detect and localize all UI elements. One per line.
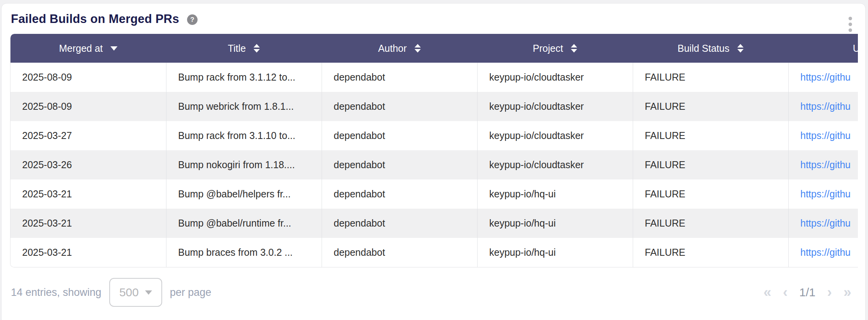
cell-author: dependabot — [322, 121, 477, 150]
widget-header: Failed Builds on Merged PRs ? — [2, 4, 865, 34]
column-header-url[interactable]: Url — [788, 34, 858, 63]
cell-author: dependabot — [322, 179, 477, 209]
cell-title: Bump braces from 3.0.2 ... — [166, 238, 322, 267]
cell-url: https://githu — [788, 179, 858, 209]
cell-build-status: FAILURE — [633, 150, 788, 179]
build-url-link[interactable]: https://githu — [800, 101, 850, 112]
cell-build-status: FAILURE — [633, 121, 788, 150]
column-label: Url — [853, 43, 858, 54]
cell-url: https://githu — [788, 92, 858, 121]
cell-author: dependabot — [322, 150, 477, 179]
cell-url: https://githu — [788, 63, 858, 92]
kebab-menu-icon[interactable] — [847, 15, 854, 33]
build-url-link[interactable]: https://githu — [800, 72, 850, 83]
page-size-select[interactable]: 500 — [109, 278, 162, 307]
column-label: Project — [533, 43, 563, 54]
entries-count-text: 14 entries, showing — [11, 287, 102, 299]
per-page-text: per page — [170, 287, 212, 299]
cell-project: keypup-io/cloudtasker — [477, 63, 633, 92]
cell-url: https://githu — [788, 150, 858, 179]
sort-desc-icon — [110, 46, 117, 51]
cell-url: https://githu — [788, 209, 858, 238]
column-header-build-status[interactable]: Build Status — [633, 34, 788, 63]
cell-merged-at: 2025-03-21 — [10, 238, 166, 267]
column-header-merged-at[interactable]: Merged at — [10, 34, 166, 63]
cell-merged-at: 2025-03-27 — [10, 121, 166, 150]
cell-build-status: FAILURE — [633, 209, 788, 238]
next-page-icon[interactable]: › — [827, 285, 832, 299]
entries-summary: 14 entries, showing 500 per page — [11, 278, 211, 307]
build-url-link[interactable]: https://githu — [800, 130, 850, 141]
cell-merged-at: 2025-08-09 — [10, 63, 166, 92]
first-page-icon[interactable]: « — [763, 285, 771, 299]
cell-project: keypup-io/cloudtasker — [477, 92, 633, 121]
build-url-link[interactable]: https://githu — [800, 159, 850, 171]
sort-icon — [737, 44, 744, 53]
widget-card: Failed Builds on Merged PRs ? Merged at … — [1, 3, 866, 320]
page-size-value: 500 — [119, 286, 139, 299]
chevron-down-icon — [145, 290, 152, 295]
table-row: 2025-03-21 Bump @babel/runtime fr... dep… — [10, 209, 858, 238]
column-header-project[interactable]: Project — [477, 34, 633, 63]
help-icon[interactable]: ? — [187, 14, 198, 25]
cell-title: Bump @babel/helpers fr... — [166, 179, 322, 209]
table-row: 2025-03-26 Bump nokogiri from 1.18.... d… — [10, 150, 858, 179]
column-label: Build Status — [677, 43, 729, 54]
table-row: 2025-08-09 Bump webrick from 1.8.1... de… — [10, 92, 858, 121]
cell-title: Bump @babel/runtime fr... — [166, 209, 322, 238]
column-label: Title — [228, 43, 246, 54]
cell-author: dependabot — [322, 238, 477, 267]
cell-build-status: FAILURE — [633, 238, 788, 267]
cell-build-status: FAILURE — [633, 92, 788, 121]
last-page-icon[interactable]: » — [844, 285, 851, 299]
sort-icon — [571, 44, 577, 53]
table-row: 2025-03-21 Bump @babel/helpers fr... dep… — [10, 179, 858, 209]
table-header-row: Merged at Title Author Project Build Sta… — [10, 34, 858, 63]
cell-url: https://githu — [788, 121, 858, 150]
column-header-title[interactable]: Title — [166, 34, 322, 63]
page-indicator: 1/1 — [799, 286, 816, 299]
cell-author: dependabot — [322, 92, 477, 121]
widget-title: Failed Builds on Merged PRs — [11, 12, 179, 26]
cell-project: keypup-io/cloudtasker — [477, 150, 633, 179]
cell-url: https://githu — [788, 238, 858, 267]
failed-builds-table: Merged at Title Author Project Build Sta… — [10, 34, 858, 267]
build-url-link[interactable]: https://githu — [800, 218, 850, 229]
cell-merged-at: 2025-03-21 — [10, 209, 166, 238]
prev-page-icon[interactable]: ‹ — [783, 285, 788, 299]
sort-icon — [415, 44, 421, 53]
build-url-link[interactable]: https://githu — [800, 188, 850, 200]
cell-title: Bump webrick from 1.8.1... — [166, 92, 322, 121]
table-body: 2025-08-09 Bump rack from 3.1.12 to... d… — [10, 63, 858, 267]
cell-title: Bump rack from 3.1.10 to... — [166, 121, 322, 150]
table-row: 2025-03-27 Bump rack from 3.1.10 to... d… — [10, 121, 858, 150]
column-label: Merged at — [59, 43, 103, 54]
cell-project: keypup-io/hq-ui — [477, 238, 633, 267]
pagination: « ‹ 1/1 › » — [763, 285, 857, 299]
cell-project: keypup-io/cloudtasker — [477, 121, 633, 150]
cell-author: dependabot — [322, 209, 477, 238]
cell-build-status: FAILURE — [633, 63, 788, 92]
cell-project: keypup-io/hq-ui — [477, 179, 633, 209]
cell-merged-at: 2025-08-09 — [10, 92, 166, 121]
cell-merged-at: 2025-03-26 — [10, 150, 166, 179]
cell-merged-at: 2025-03-21 — [10, 179, 166, 209]
cell-build-status: FAILURE — [633, 179, 788, 209]
table-row: 2025-03-21 Bump braces from 3.0.2 ... de… — [10, 238, 858, 267]
cell-title: Bump nokogiri from 1.18.... — [166, 150, 322, 179]
cell-author: dependabot — [322, 63, 477, 92]
cell-project: keypup-io/hq-ui — [477, 209, 633, 238]
build-url-link[interactable]: https://githu — [800, 247, 850, 258]
table-row: 2025-08-09 Bump rack from 3.1.12 to... d… — [10, 63, 858, 92]
column-header-author[interactable]: Author — [322, 34, 477, 63]
cell-title: Bump rack from 3.1.12 to... — [166, 63, 322, 92]
table-footer: 14 entries, showing 500 per page « ‹ 1/1… — [11, 277, 857, 308]
column-label: Author — [378, 43, 407, 54]
sort-icon — [254, 44, 260, 53]
